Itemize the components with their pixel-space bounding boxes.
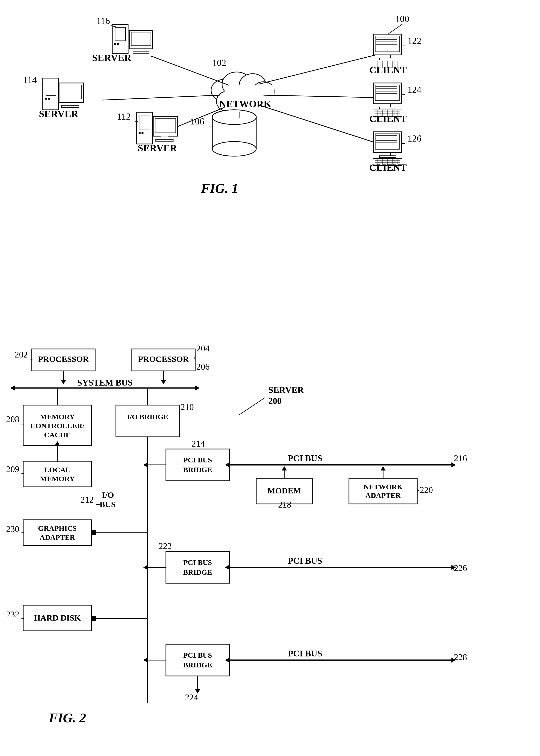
main-container: NETWORK <box>0 0 540 756</box>
svg-text:FIG. 1: FIG. 1 <box>201 181 238 196</box>
svg-rect-164 <box>23 461 91 487</box>
svg-text:220: 220 <box>420 485 433 495</box>
svg-text:BRIDGE: BRIDGE <box>183 661 212 669</box>
svg-text:210: 210 <box>181 402 194 412</box>
svg-text:114: 114 <box>23 75 37 85</box>
svg-line-13 <box>151 56 229 85</box>
svg-marker-144 <box>161 380 166 384</box>
svg-text:222: 222 <box>159 541 172 551</box>
fig1-svg: NETWORK <box>0 7 540 320</box>
svg-line-151 <box>239 398 265 415</box>
svg-rect-34 <box>67 102 74 106</box>
svg-rect-44 <box>373 34 401 55</box>
svg-text:LOCAL: LOCAL <box>45 466 70 474</box>
fig2-svg: PROCESSOR PROCESSOR 202 204 206 <box>0 337 540 752</box>
svg-text:I/O BRIDGE: I/O BRIDGE <box>127 413 168 421</box>
svg-text:232: 232 <box>6 610 19 619</box>
svg-rect-7 <box>224 85 275 112</box>
svg-marker-187 <box>143 462 148 467</box>
svg-rect-45 <box>375 36 399 52</box>
svg-point-3 <box>253 82 275 101</box>
svg-rect-37 <box>140 115 150 130</box>
svg-rect-73 <box>379 107 396 109</box>
svg-rect-66 <box>375 85 399 100</box>
svg-rect-95 <box>373 159 402 166</box>
svg-point-0 <box>211 79 238 101</box>
svg-text:PCI BUS: PCI BUS <box>288 556 322 566</box>
svg-marker-232 <box>143 658 148 663</box>
svg-rect-65 <box>373 83 401 104</box>
svg-text:216: 216 <box>454 453 467 463</box>
svg-rect-22 <box>114 43 116 45</box>
svg-marker-193 <box>282 466 287 470</box>
svg-point-6 <box>216 91 240 111</box>
svg-text:I/O: I/O <box>102 490 114 500</box>
svg-rect-72 <box>385 104 390 107</box>
svg-text:BRIDGE: BRIDGE <box>183 568 212 576</box>
svg-rect-35 <box>62 106 79 108</box>
svg-text:116: 116 <box>96 16 110 26</box>
svg-rect-20 <box>112 24 128 54</box>
svg-rect-227 <box>91 616 95 621</box>
svg-rect-31 <box>48 98 50 99</box>
svg-text:122: 122 <box>408 36 421 46</box>
svg-rect-29 <box>46 81 56 96</box>
svg-text:GRAPHICS: GRAPHICS <box>38 524 76 532</box>
svg-rect-32 <box>59 83 83 102</box>
svg-point-4 <box>245 90 270 110</box>
svg-text:SERVER: SERVER <box>138 143 178 154</box>
svg-text:224: 224 <box>185 693 198 702</box>
svg-rect-27 <box>133 52 149 54</box>
svg-rect-38 <box>139 132 141 134</box>
svg-text:100: 100 <box>395 14 409 24</box>
svg-line-110 <box>111 26 116 27</box>
svg-text:PCI BUS: PCI BUS <box>288 453 322 463</box>
svg-text:208: 208 <box>6 414 19 424</box>
svg-rect-28 <box>43 78 59 110</box>
svg-point-11 <box>212 142 256 156</box>
svg-text:SERVER: SERVER <box>268 385 304 395</box>
svg-rect-39 <box>142 132 144 134</box>
svg-line-108 <box>388 24 403 34</box>
svg-text:HARD DISK: HARD DISK <box>34 613 81 622</box>
svg-text:CACHE: CACHE <box>44 431 70 439</box>
svg-rect-42 <box>161 136 168 139</box>
fig2-diagram: PROCESSOR PROCESSOR 202 204 206 <box>0 337 540 752</box>
svg-text:228: 228 <box>454 652 467 662</box>
svg-text:124: 124 <box>408 84 421 95</box>
svg-rect-41 <box>155 119 176 133</box>
svg-point-1 <box>222 72 251 96</box>
svg-text:PCI BUS: PCI BUS <box>183 558 212 567</box>
svg-text:FIG. 2: FIG. 2 <box>49 710 86 725</box>
svg-rect-93 <box>385 153 390 156</box>
svg-text:214: 214 <box>192 439 205 448</box>
svg-text:PROCESSOR: PROCESSOR <box>38 355 89 364</box>
svg-rect-10 <box>212 117 256 149</box>
svg-rect-158 <box>116 405 179 437</box>
svg-rect-201 <box>23 520 91 546</box>
svg-rect-36 <box>137 112 153 144</box>
svg-text:SYSTEM BUS: SYSTEM BUS <box>77 378 132 388</box>
svg-rect-26 <box>138 49 144 52</box>
svg-text:BUS: BUS <box>99 500 116 509</box>
svg-rect-23 <box>117 43 119 45</box>
svg-rect-87 <box>375 134 399 149</box>
svg-text:ADAPTER: ADAPTER <box>365 491 401 499</box>
svg-text:BRIDGE: BRIDGE <box>183 466 212 474</box>
svg-text:MEMORY: MEMORY <box>40 475 75 483</box>
svg-text:202: 202 <box>15 350 28 359</box>
svg-text:102: 102 <box>212 58 226 68</box>
svg-text:NETWORK: NETWORK <box>219 98 271 109</box>
svg-line-15 <box>171 107 224 129</box>
svg-rect-52 <box>379 58 396 60</box>
svg-rect-94 <box>379 156 396 158</box>
svg-rect-24 <box>129 31 153 49</box>
svg-point-9 <box>212 110 256 124</box>
svg-rect-25 <box>131 32 151 46</box>
svg-text:MEMORY: MEMORY <box>40 413 75 421</box>
svg-text:230: 230 <box>6 524 19 534</box>
svg-text:CONTROLLER/: CONTROLLER/ <box>30 422 84 430</box>
svg-text:CLIENT: CLIENT <box>369 64 407 75</box>
svg-marker-200 <box>381 466 385 470</box>
svg-rect-30 <box>45 98 47 99</box>
